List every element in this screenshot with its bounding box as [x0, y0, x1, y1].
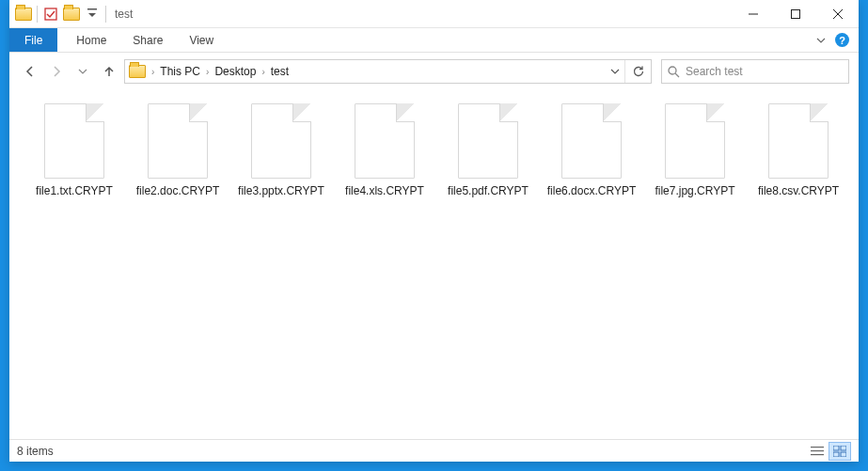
search-box[interactable]: [661, 59, 849, 84]
large-icons-view-button[interactable]: [829, 442, 851, 461]
svg-rect-7: [811, 454, 824, 455]
file-icon: [355, 103, 415, 179]
file-list: file1.txt.CRYPTfile2.doc.CRYPTfile3.pptx…: [9, 90, 859, 439]
help-icon[interactable]: ?: [835, 33, 849, 47]
ribbon: File Home Share View ?: [9, 28, 859, 53]
minimize-button[interactable]: [732, 0, 774, 28]
chevron-right-icon[interactable]: ›: [204, 67, 211, 77]
svg-rect-1: [87, 8, 97, 10]
file-name: file1.txt.CRYPT: [36, 184, 113, 199]
file-icon: [44, 103, 104, 179]
properties-icon[interactable]: [40, 4, 61, 24]
up-button[interactable]: [98, 60, 120, 83]
file-name: file5.pdf.CRYPT: [448, 184, 529, 199]
forward-button[interactable]: [45, 60, 68, 83]
svg-rect-8: [833, 446, 839, 450]
svg-rect-2: [749, 13, 758, 14]
window-title: test: [115, 8, 732, 21]
status-bar: 8 items: [9, 439, 859, 462]
breadcrumb-this-pc[interactable]: This PC: [156, 65, 204, 78]
file-icon: [768, 103, 829, 179]
tab-view[interactable]: View: [176, 28, 227, 52]
details-view-button[interactable]: [806, 442, 829, 461]
file-name: file2.doc.CRYPT: [136, 184, 219, 199]
file-icon: [561, 103, 622, 179]
file-name: file6.docx.CRYPT: [547, 184, 636, 199]
qat-sep: [37, 6, 38, 23]
svg-rect-5: [811, 447, 824, 447]
file-item[interactable]: file6.docx.CRYPT: [540, 103, 643, 199]
file-item[interactable]: file1.txt.CRYPT: [23, 103, 126, 199]
file-icon: [665, 103, 725, 179]
search-input[interactable]: [686, 65, 843, 78]
tab-share[interactable]: Share: [119, 28, 176, 52]
file-item[interactable]: file7.jpg.CRYPT: [643, 103, 747, 199]
file-item[interactable]: file4.xls.CRYPT: [333, 103, 436, 199]
folder-icon[interactable]: [13, 4, 34, 24]
file-item[interactable]: file3.pptx.CRYPT: [229, 103, 333, 199]
file-name: file7.jpg.CRYPT: [655, 184, 734, 199]
chevron-right-icon[interactable]: ›: [150, 67, 156, 77]
ribbon-expand-icon[interactable]: [816, 36, 826, 45]
address-dropdown-icon[interactable]: [606, 60, 624, 83]
refresh-button[interactable]: [624, 60, 651, 83]
address-folder-icon: [129, 65, 146, 78]
recent-locations-icon[interactable]: [71, 60, 94, 83]
new-folder-icon[interactable]: [61, 4, 82, 24]
svg-rect-6: [811, 450, 824, 451]
breadcrumb-desktop[interactable]: Desktop: [211, 65, 260, 78]
svg-rect-3: [791, 9, 799, 18]
view-toggle: [806, 442, 851, 461]
file-icon: [148, 103, 208, 179]
search-icon: [668, 66, 680, 78]
explorer-window: test File Home Share View ?: [9, 0, 859, 462]
file-item[interactable]: file5.pdf.CRYPT: [436, 103, 540, 199]
breadcrumb-test[interactable]: test: [267, 65, 292, 78]
address-bar[interactable]: › This PC › Desktop › test: [124, 59, 652, 84]
file-icon: [251, 103, 311, 179]
quick-access-toolbar: [9, 4, 103, 24]
svg-rect-9: [841, 446, 846, 450]
file-name: file3.pptx.CRYPT: [238, 184, 324, 199]
navigation-bar: › This PC › Desktop › test: [9, 53, 859, 90]
maximize-button[interactable]: [774, 0, 816, 28]
file-item[interactable]: file8.csv.CRYPT: [747, 103, 850, 199]
qat-sep-2: [105, 6, 106, 23]
tab-home[interactable]: Home: [63, 28, 119, 52]
file-tab[interactable]: File: [9, 28, 57, 52]
file-item[interactable]: file2.doc.CRYPT: [126, 103, 229, 199]
title-bar: test: [9, 0, 859, 28]
item-count: 8 items: [17, 445, 54, 458]
svg-point-4: [669, 67, 676, 74]
chevron-right-icon[interactable]: ›: [260, 67, 266, 77]
window-controls: [732, 0, 859, 28]
file-name: file4.xls.CRYPT: [345, 184, 424, 199]
back-button[interactable]: [19, 60, 41, 83]
svg-rect-10: [833, 452, 839, 457]
close-button[interactable]: [816, 0, 859, 28]
file-icon: [458, 103, 518, 179]
svg-rect-0: [45, 8, 56, 20]
file-name: file8.csv.CRYPT: [758, 184, 839, 199]
qat-customize-icon[interactable]: [82, 4, 103, 24]
svg-rect-11: [841, 452, 846, 457]
